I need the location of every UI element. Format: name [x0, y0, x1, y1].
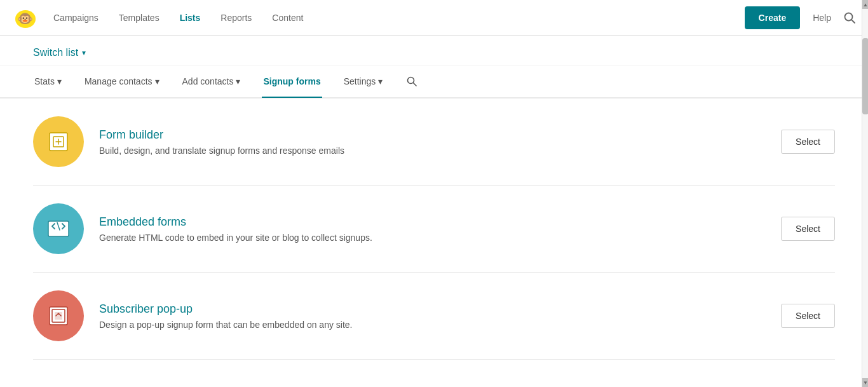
subscriber-popup-select-button[interactable]: Select [781, 304, 835, 328]
subscriber-popup-body: Subscriber pop-up Design a pop-up signup… [99, 302, 766, 330]
scrollbar-thumb[interactable] [862, 38, 868, 114]
scrollbar-track: ▲ ▼ [862, 0, 868, 387]
svg-text:🐵: 🐵 [17, 11, 33, 26]
switch-list-link[interactable]: Switch list ▾ [33, 47, 86, 58]
search-icon[interactable] [844, 12, 855, 24]
sub-nav: Stats ▾ Manage contacts ▾ Add contacts ▾… [0, 65, 868, 98]
logo[interactable]: 🐵 [13, 5, 38, 31]
embedded-forms-desc: Generate HTML code to embed in your site… [99, 233, 766, 243]
help-link[interactable]: Help [813, 13, 831, 23]
stats-chevron-icon: ▾ [57, 76, 62, 86]
switch-list-label: Switch list [33, 47, 78, 58]
sub-nav-signup-forms[interactable]: Signup forms [262, 66, 322, 98]
subscriber-popup-title: Subscriber pop-up [99, 302, 766, 316]
switch-list-bar: Switch list ▾ [0, 36, 868, 65]
sub-nav-stats[interactable]: Stats ▾ [33, 65, 63, 97]
nav-campaigns[interactable]: Campaigns [53, 13, 98, 23]
subscriber-popup-icon [33, 290, 84, 341]
create-button[interactable]: Create [745, 6, 801, 29]
form-builder-body: Form builder Build, design, and translat… [99, 128, 766, 156]
nav-content[interactable]: Content [272, 13, 303, 23]
scrollbar-down-arrow[interactable]: ▼ [862, 378, 868, 387]
form-builder-select-button[interactable]: Select [781, 130, 835, 154]
content-area: Form builder Build, design, and translat… [0, 98, 868, 360]
list-item: Embedded forms Generate HTML code to emb… [33, 186, 835, 273]
sub-nav-add-contacts[interactable]: Add contacts ▾ [181, 65, 242, 97]
manage-contacts-chevron-icon: ▾ [155, 76, 159, 86]
sub-nav-manage-contacts[interactable]: Manage contacts ▾ [83, 65, 161, 97]
sub-nav-settings[interactable]: Settings ▾ [342, 65, 384, 97]
add-contacts-chevron-icon: ▾ [236, 76, 240, 86]
chevron-down-icon: ▾ [82, 48, 86, 57]
nav-reports[interactable]: Reports [220, 13, 252, 23]
settings-chevron-icon: ▾ [378, 76, 383, 86]
nav-items: Campaigns Templates Lists Reports Conten… [53, 13, 745, 23]
form-builder-icon [33, 116, 84, 167]
embedded-forms-select-button[interactable]: Select [781, 217, 835, 241]
svg-rect-8 [48, 221, 69, 236]
list-item: Form builder Build, design, and translat… [33, 98, 835, 186]
subscriber-popup-desc: Design a pop-up signup form that can be … [99, 320, 766, 330]
embedded-forms-body: Embedded forms Generate HTML code to emb… [99, 215, 766, 243]
nav-right: Create Help [745, 6, 855, 29]
top-nav: 🐵 Campaigns Templates Lists Reports Cont… [0, 0, 868, 36]
form-builder-title: Form builder [99, 128, 766, 142]
embedded-forms-title: Embedded forms [99, 215, 766, 229]
scrollbar-up-arrow[interactable]: ▲ [862, 0, 868, 9]
nav-lists[interactable]: Lists [180, 13, 201, 23]
list-item: Subscriber pop-up Design a pop-up signup… [33, 273, 835, 360]
sub-nav-search-icon[interactable] [407, 76, 417, 86]
svg-line-3 [851, 20, 855, 23]
svg-line-5 [414, 83, 417, 86]
embedded-forms-icon [33, 203, 84, 254]
form-builder-desc: Build, design, and translate signup form… [99, 146, 766, 156]
nav-templates[interactable]: Templates [119, 13, 159, 23]
